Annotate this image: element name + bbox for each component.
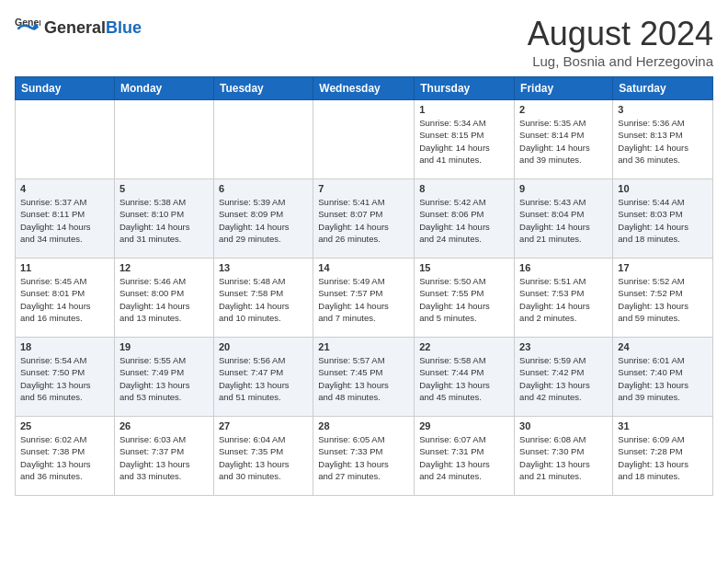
day-number: 12 [119,262,209,273]
page-header: General GeneralBlue August 2024 Lug, Bos… [15,15,713,69]
day-content: Sunrise: 5:55 AM Sunset: 7:49 PM Dayligh… [119,354,209,403]
day-of-week-header: Friday [515,77,613,100]
day-content: Sunrise: 5:58 AM Sunset: 7:44 PM Dayligh… [419,354,509,403]
calendar-cell: 25Sunrise: 6:02 AM Sunset: 7:38 PM Dayli… [16,417,115,496]
day-content: Sunrise: 5:48 AM Sunset: 7:58 PM Dayligh… [219,275,308,324]
day-content: Sunrise: 5:51 AM Sunset: 7:53 PM Dayligh… [519,275,608,324]
day-number: 27 [219,420,308,431]
day-number: 17 [618,262,708,273]
day-number: 2 [519,104,608,115]
day-content: Sunrise: 5:57 AM Sunset: 7:45 PM Dayligh… [318,354,409,403]
day-content: Sunrise: 6:09 AM Sunset: 7:28 PM Dayligh… [618,433,708,482]
calendar-cell: 6Sunrise: 5:39 AM Sunset: 8:09 PM Daylig… [213,179,313,259]
day-content: Sunrise: 6:08 AM Sunset: 7:30 PM Dayligh… [519,433,608,482]
day-content: Sunrise: 5:49 AM Sunset: 7:57 PM Dayligh… [318,275,409,324]
day-number: 4 [20,183,109,194]
day-number: 23 [519,341,608,352]
month-year: August 2024 [528,15,713,53]
day-number: 15 [419,262,509,273]
calendar-cell: 1Sunrise: 5:34 AM Sunset: 8:15 PM Daylig… [415,100,515,179]
calendar-cell: 10Sunrise: 5:44 AM Sunset: 8:03 PM Dayli… [613,179,713,259]
logo-blue: Blue [106,18,142,37]
day-of-week-header: Monday [114,77,213,100]
calendar-cell: 20Sunrise: 5:56 AM Sunset: 7:47 PM Dayli… [213,338,313,417]
calendar-week-row: 1Sunrise: 5:34 AM Sunset: 8:15 PM Daylig… [16,100,713,179]
day-content: Sunrise: 5:43 AM Sunset: 8:04 PM Dayligh… [519,196,608,245]
day-number: 26 [119,420,209,431]
day-number: 5 [119,183,209,194]
day-content: Sunrise: 6:05 AM Sunset: 7:33 PM Dayligh… [318,433,409,482]
day-content: Sunrise: 5:38 AM Sunset: 8:10 PM Dayligh… [119,196,209,245]
day-content: Sunrise: 5:42 AM Sunset: 8:06 PM Dayligh… [419,196,509,245]
calendar-cell: 7Sunrise: 5:41 AM Sunset: 8:07 PM Daylig… [313,179,415,259]
calendar-cell [313,100,415,179]
calendar-cell: 8Sunrise: 5:42 AM Sunset: 8:06 PM Daylig… [415,179,515,259]
calendar-table: SundayMondayTuesdayWednesdayThursdayFrid… [15,76,713,496]
day-number: 7 [318,183,409,194]
calendar-cell: 12Sunrise: 5:46 AM Sunset: 8:00 PM Dayli… [114,259,213,338]
day-of-week-header: Saturday [613,77,713,100]
day-number: 13 [219,262,308,273]
day-content: Sunrise: 5:45 AM Sunset: 8:01 PM Dayligh… [20,275,109,324]
calendar-cell: 21Sunrise: 5:57 AM Sunset: 7:45 PM Dayli… [313,338,415,417]
day-of-week-header: Thursday [415,77,515,100]
day-content: Sunrise: 5:52 AM Sunset: 7:52 PM Dayligh… [618,275,708,324]
calendar-cell: 3Sunrise: 5:36 AM Sunset: 8:13 PM Daylig… [613,100,713,179]
day-number: 6 [219,183,308,194]
day-number: 21 [318,341,409,352]
calendar-cell [16,100,115,179]
day-of-week-header: Sunday [16,77,115,100]
calendar-cell: 16Sunrise: 5:51 AM Sunset: 7:53 PM Dayli… [515,259,613,338]
logo: General GeneralBlue [15,15,142,40]
day-content: Sunrise: 6:02 AM Sunset: 7:38 PM Dayligh… [20,433,109,482]
calendar-body: 1Sunrise: 5:34 AM Sunset: 8:15 PM Daylig… [16,100,713,496]
day-content: Sunrise: 5:54 AM Sunset: 7:50 PM Dayligh… [20,354,109,403]
calendar-cell: 9Sunrise: 5:43 AM Sunset: 8:04 PM Daylig… [515,179,613,259]
calendar-cell: 28Sunrise: 6:05 AM Sunset: 7:33 PM Dayli… [313,417,415,496]
calendar-cell: 24Sunrise: 6:01 AM Sunset: 7:40 PM Dayli… [613,338,713,417]
day-number: 30 [519,420,608,431]
day-content: Sunrise: 5:59 AM Sunset: 7:42 PM Dayligh… [519,354,608,403]
day-content: Sunrise: 5:39 AM Sunset: 8:09 PM Dayligh… [219,196,308,245]
calendar-cell: 4Sunrise: 5:37 AM Sunset: 8:11 PM Daylig… [16,179,115,259]
day-content: Sunrise: 5:34 AM Sunset: 8:15 PM Dayligh… [419,117,509,166]
header-row: SundayMondayTuesdayWednesdayThursdayFrid… [16,77,713,100]
calendar-cell: 23Sunrise: 5:59 AM Sunset: 7:42 PM Dayli… [515,338,613,417]
day-number: 1 [419,104,509,115]
day-of-week-header: Tuesday [213,77,313,100]
calendar-cell: 31Sunrise: 6:09 AM Sunset: 7:28 PM Dayli… [613,417,713,496]
day-number: 8 [419,183,509,194]
calendar-cell: 14Sunrise: 5:49 AM Sunset: 7:57 PM Dayli… [313,259,415,338]
calendar-cell: 13Sunrise: 5:48 AM Sunset: 7:58 PM Dayli… [213,259,313,338]
day-number: 22 [419,341,509,352]
day-number: 31 [618,420,708,431]
day-number: 10 [618,183,708,194]
day-content: Sunrise: 5:44 AM Sunset: 8:03 PM Dayligh… [618,196,708,245]
calendar-cell: 19Sunrise: 5:55 AM Sunset: 7:49 PM Dayli… [114,338,213,417]
day-number: 14 [318,262,409,273]
calendar-cell: 2Sunrise: 5:35 AM Sunset: 8:14 PM Daylig… [515,100,613,179]
title-block: August 2024 Lug, Bosnia and Herzegovina [528,15,713,69]
calendar-cell [114,100,213,179]
logo-icon: General [15,15,40,40]
calendar-header: SundayMondayTuesdayWednesdayThursdayFrid… [16,77,713,100]
day-content: Sunrise: 6:04 AM Sunset: 7:35 PM Dayligh… [219,433,308,482]
day-of-week-header: Wednesday [313,77,415,100]
day-content: Sunrise: 6:03 AM Sunset: 7:37 PM Dayligh… [119,433,209,482]
day-content: Sunrise: 6:01 AM Sunset: 7:40 PM Dayligh… [618,354,708,403]
day-content: Sunrise: 5:35 AM Sunset: 8:14 PM Dayligh… [519,117,608,166]
calendar-week-row: 18Sunrise: 5:54 AM Sunset: 7:50 PM Dayli… [16,338,713,417]
calendar-cell: 29Sunrise: 6:07 AM Sunset: 7:31 PM Dayli… [415,417,515,496]
day-number: 19 [119,341,209,352]
day-content: Sunrise: 6:07 AM Sunset: 7:31 PM Dayligh… [419,433,509,482]
location: Lug, Bosnia and Herzegovina [528,53,713,69]
day-number: 24 [618,341,708,352]
day-content: Sunrise: 5:50 AM Sunset: 7:55 PM Dayligh… [419,275,509,324]
day-content: Sunrise: 5:46 AM Sunset: 8:00 PM Dayligh… [119,275,209,324]
calendar-cell [213,100,313,179]
calendar-cell: 27Sunrise: 6:04 AM Sunset: 7:35 PM Dayli… [213,417,313,496]
day-number: 25 [20,420,109,431]
calendar-week-row: 11Sunrise: 5:45 AM Sunset: 8:01 PM Dayli… [16,259,713,338]
day-number: 29 [419,420,509,431]
calendar-cell: 15Sunrise: 5:50 AM Sunset: 7:55 PM Dayli… [415,259,515,338]
